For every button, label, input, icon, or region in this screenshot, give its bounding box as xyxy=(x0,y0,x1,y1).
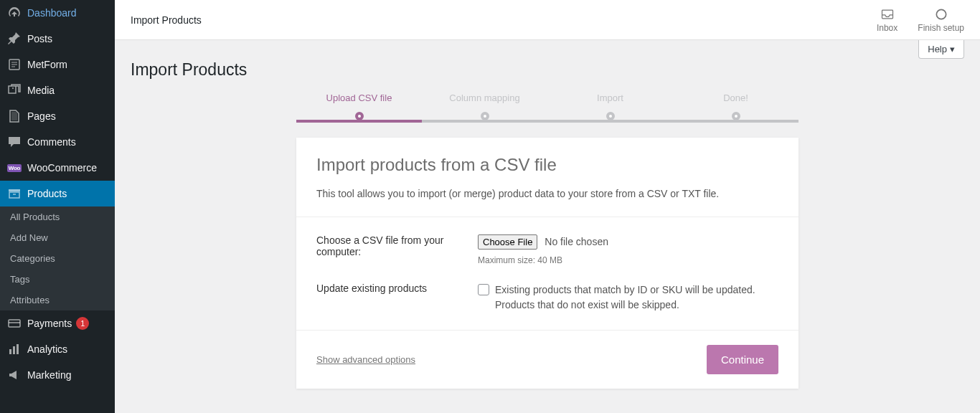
card-title: Import products from a CSV file xyxy=(316,155,778,175)
step-dot-icon xyxy=(606,112,615,120)
inbox-label: Inbox xyxy=(877,23,897,33)
admin-sidebar: Dashboard Posts MetForm Media Pages Comm… xyxy=(0,0,115,413)
circle-icon xyxy=(934,7,948,22)
sidebar-label: WooCommerce xyxy=(27,162,97,174)
import-card: Import products from a CSV file This too… xyxy=(296,138,798,389)
update-description: Existing products that match by ID or SK… xyxy=(495,283,778,313)
svg-rect-8 xyxy=(9,320,20,327)
step-label: Upload CSV file xyxy=(296,92,422,103)
step-label: Column mapping xyxy=(422,92,547,103)
sidebar-label: Comments xyxy=(27,136,76,148)
file-control: Choose File No file chosen Maximum size:… xyxy=(478,234,778,265)
continue-button[interactable]: Continue xyxy=(707,345,778,374)
step-done: Done! xyxy=(673,92,798,120)
sidebar-item-comments[interactable]: Comments xyxy=(0,129,115,155)
sidebar-item-payments[interactable]: Payments 1 xyxy=(0,310,115,336)
sidebar-label: Media xyxy=(27,85,55,96)
finish-setup-button[interactable]: Finish setup xyxy=(918,7,964,33)
step-dot-icon xyxy=(732,112,740,120)
step-import: Import xyxy=(547,92,673,120)
update-control: Existing products that match by ID or SK… xyxy=(478,283,778,313)
step-mapping: Column mapping xyxy=(422,92,547,120)
update-row: Update existing products Existing produc… xyxy=(316,283,778,313)
step-dot-icon xyxy=(355,112,364,120)
woo-icon: Woo xyxy=(7,161,22,175)
form-section: Choose a CSV file from your computer: Ch… xyxy=(296,217,798,330)
inbox-button[interactable]: Inbox xyxy=(877,7,897,33)
megaphone-icon xyxy=(7,368,22,382)
svg-rect-6 xyxy=(9,192,19,198)
breadcrumb: Import Products xyxy=(131,14,202,26)
sidebar-label: Marketing xyxy=(27,369,71,381)
pin-icon xyxy=(7,32,22,46)
payments-icon xyxy=(7,316,22,331)
products-submenu: All Products Add New Categories Tags Att… xyxy=(0,206,115,310)
choose-file-button[interactable]: Choose File xyxy=(478,234,537,250)
sidebar-label: Products xyxy=(27,188,67,199)
pages-icon xyxy=(7,109,22,123)
import-wizard: Upload CSV file Column mapping Import Do… xyxy=(296,92,798,389)
sidebar-item-posts[interactable]: Posts xyxy=(0,26,115,52)
sidebar-item-dashboard[interactable]: Dashboard xyxy=(0,0,115,26)
card-intro: This tool allows you to import (or merge… xyxy=(316,188,778,199)
sidebar-item-metform[interactable]: MetForm xyxy=(0,52,115,77)
media-icon xyxy=(7,83,22,98)
dashboard-icon xyxy=(7,6,22,20)
file-chosen-text: No file chosen xyxy=(545,236,608,247)
sidebar-item-pages[interactable]: Pages xyxy=(0,103,115,129)
progress-steps: Upload CSV file Column mapping Import Do… xyxy=(296,92,798,120)
sidebar-label: Analytics xyxy=(27,343,67,355)
file-row: Choose a CSV file from your computer: Ch… xyxy=(316,234,778,265)
submenu-attributes[interactable]: Attributes xyxy=(0,290,115,310)
max-size-hint: Maximum size: 40 MB xyxy=(478,255,778,265)
sidebar-item-woocommerce[interactable]: Woo WooCommerce xyxy=(0,155,115,181)
step-upload: Upload CSV file xyxy=(296,92,422,120)
sidebar-item-marketing[interactable]: Marketing xyxy=(0,362,115,388)
inbox-icon xyxy=(880,7,895,22)
advanced-options-link[interactable]: Show advanced options xyxy=(316,354,415,365)
svg-rect-11 xyxy=(13,346,15,354)
help-label: Help xyxy=(928,44,947,54)
sidebar-label: Payments xyxy=(27,318,72,329)
archive-icon xyxy=(7,186,22,201)
svg-rect-12 xyxy=(17,344,19,354)
sidebar-item-analytics[interactable]: Analytics xyxy=(0,336,115,362)
form-icon xyxy=(7,57,22,72)
comments-icon xyxy=(7,135,22,149)
sidebar-label: Dashboard xyxy=(27,7,77,19)
submenu-all-products[interactable]: All Products xyxy=(0,206,115,227)
finish-label: Finish setup xyxy=(918,23,964,33)
update-checkbox[interactable] xyxy=(478,284,489,295)
submenu-add-new[interactable]: Add New xyxy=(0,227,115,248)
notification-badge: 1 xyxy=(76,317,89,330)
svg-rect-10 xyxy=(9,349,11,354)
chevron-down-icon: ▾ xyxy=(950,44,955,54)
svg-rect-13 xyxy=(882,10,892,19)
svg-point-14 xyxy=(936,9,946,19)
topbar-actions: Inbox Finish setup xyxy=(877,7,964,33)
sidebar-label: Posts xyxy=(27,33,52,44)
step-dot-icon xyxy=(481,112,489,120)
step-label: Done! xyxy=(673,92,798,103)
submenu-tags[interactable]: Tags xyxy=(0,269,115,290)
step-label: Import xyxy=(547,92,673,103)
sidebar-label: Pages xyxy=(27,110,56,122)
update-existing-label: Update existing products xyxy=(316,283,478,294)
card-footer: Show advanced options Continue xyxy=(296,330,798,389)
card-header-section: Import products from a CSV file This too… xyxy=(296,138,798,217)
svg-point-4 xyxy=(12,87,14,89)
svg-rect-5 xyxy=(9,189,20,191)
page-title: Import Products xyxy=(131,60,964,80)
help-tab[interactable]: Help ▾ xyxy=(918,40,964,59)
analytics-icon xyxy=(7,342,22,356)
sidebar-item-products[interactable]: Products xyxy=(0,181,115,206)
sidebar-label: MetForm xyxy=(27,59,67,70)
main-content: Import Products Inbox Finish setup Help … xyxy=(115,0,980,413)
topbar: Import Products Inbox Finish setup xyxy=(115,0,980,40)
choose-file-label: Choose a CSV file from your computer: xyxy=(316,234,478,257)
submenu-categories[interactable]: Categories xyxy=(0,248,115,269)
sidebar-item-media[interactable]: Media xyxy=(0,77,115,103)
content-area: Help ▾ Import Products Upload CSV file C… xyxy=(115,40,980,413)
